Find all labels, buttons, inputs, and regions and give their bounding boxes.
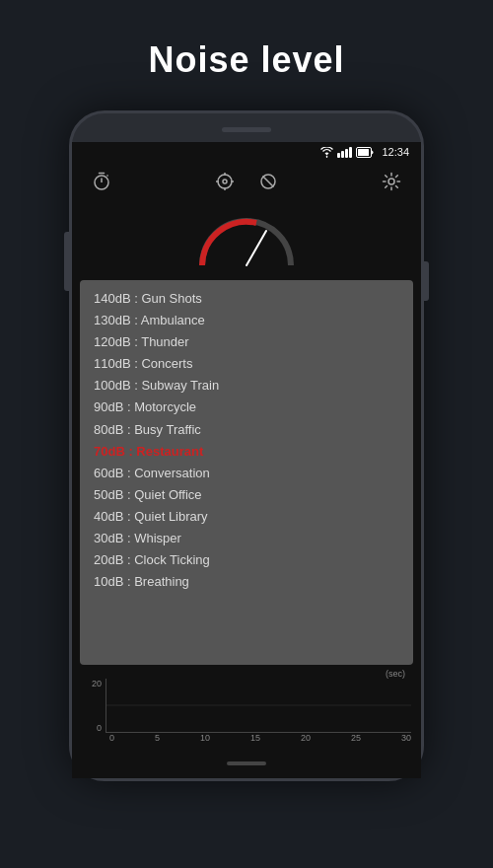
noise-item-whisper: 30dB : Whisper <box>94 528 399 549</box>
noise-item-motorcycle: 90dB : Motorcycle <box>94 397 399 418</box>
svg-line-11 <box>263 177 274 187</box>
ban-icon[interactable] <box>254 168 282 195</box>
noise-item-busy-traffic: 80dB : Busy Traffic <box>94 419 399 441</box>
y-label-20: 20 <box>92 679 102 688</box>
status-bar: 12:34 <box>72 142 421 162</box>
sec-label: (sec) <box>386 669 407 679</box>
svg-rect-2 <box>358 149 369 156</box>
home-indicator[interactable] <box>227 761 266 765</box>
x-label-5: 5 <box>155 733 160 743</box>
x-label-25: 25 <box>351 733 361 743</box>
noise-item-breathing: 10dB : Breathing <box>94 571 399 593</box>
page-title: Noise level <box>148 39 344 81</box>
svg-point-12 <box>388 179 394 184</box>
signal-icon <box>337 147 352 158</box>
noise-item-quiet-office: 50dB : Quiet Office <box>94 484 399 506</box>
timer-icon[interactable] <box>88 168 115 195</box>
noise-item-restaurant: 70dB : Restaurant <box>94 441 399 463</box>
noise-item-gun-shots: 140dB : Gun Shots <box>94 288 399 310</box>
gauge-area <box>72 201 421 280</box>
x-label-30: 30 <box>401 733 411 743</box>
phone-speaker <box>222 127 271 132</box>
noise-item-conversation: 60dB : Conversation <box>94 463 399 484</box>
battery-icon <box>356 147 374 158</box>
status-time: 12:34 <box>382 146 409 158</box>
noise-item-concerts: 110dB : Concerts <box>94 353 399 375</box>
noise-list: 140dB : Gun Shots130dB : Ambulance120dB … <box>94 288 399 593</box>
chart-inner <box>106 679 411 733</box>
x-label-0: 0 <box>109 733 114 743</box>
chart-area: (sec) 20 0 051015202530 <box>72 665 421 749</box>
phone-device: 12:34 <box>69 110 424 781</box>
wifi-icon <box>320 147 333 158</box>
noise-item-quiet-library: 40dB : Quiet Library <box>94 506 399 528</box>
chart-container: 20 0 <box>82 679 411 733</box>
phone-screen: 12:34 <box>72 142 421 778</box>
y-axis: 20 0 <box>82 679 106 733</box>
noise-list-panel: 140dB : Gun Shots130dB : Ambulance120dB … <box>80 280 413 665</box>
x-label-20: 20 <box>301 733 311 743</box>
noise-item-thunder: 120dB : Thunder <box>94 331 399 353</box>
svg-point-4 <box>218 175 232 188</box>
x-axis-labels: 051015202530 <box>82 733 411 743</box>
svg-point-0 <box>326 157 327 158</box>
noise-item-ambulance: 130dB : Ambulance <box>94 310 399 331</box>
bottom-nav <box>72 749 421 778</box>
settings-icon[interactable] <box>378 168 405 195</box>
noise-item-subway-train: 100dB : Subway Train <box>94 375 399 397</box>
app-toolbar <box>72 162 421 201</box>
svg-line-13 <box>246 231 266 265</box>
x-label-15: 15 <box>250 733 260 743</box>
crosshair-icon[interactable] <box>211 168 239 195</box>
noise-item-clock-ticking: 20dB : Clock Ticking <box>94 549 399 571</box>
y-label-0: 0 <box>97 723 102 733</box>
svg-point-9 <box>223 180 227 183</box>
x-label-10: 10 <box>200 733 210 743</box>
